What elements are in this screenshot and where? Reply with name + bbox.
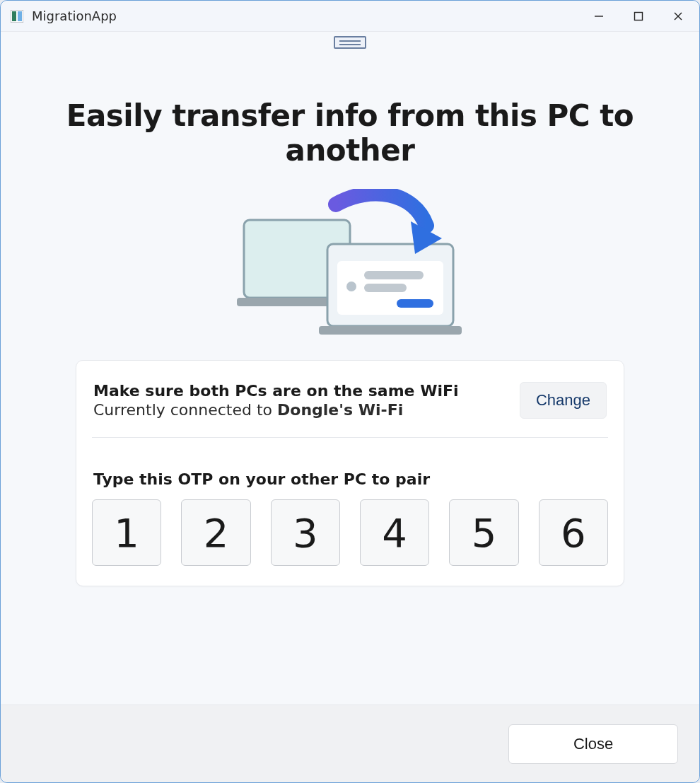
page-heading: Easily transfer info from this PC to ano…	[29, 98, 671, 168]
otp-digit-5: 5	[449, 499, 518, 566]
divider	[92, 437, 608, 438]
wifi-connected-prefix: Currently connected to	[93, 401, 277, 419]
window-title: MigrationApp	[32, 8, 117, 23]
footer: Close	[1, 704, 699, 782]
change-wifi-button[interactable]: Change	[520, 382, 607, 419]
content-area: Easily transfer info from this PC to ano…	[1, 49, 699, 704]
maximize-button[interactable]	[619, 2, 658, 30]
app-icon	[11, 10, 23, 23]
otp-digit-2: 2	[181, 499, 250, 566]
otp-digit-6: 6	[539, 499, 608, 566]
wifi-network-name: Dongle's Wi-Fi	[277, 401, 403, 419]
close-window-button[interactable]	[658, 2, 698, 30]
svg-rect-4	[635, 12, 643, 20]
svg-rect-13	[364, 284, 407, 292]
otp-digit-3: 3	[271, 499, 340, 566]
minimize-button[interactable]	[579, 2, 619, 30]
drag-handle-area	[1, 32, 699, 49]
migration-app-window: MigrationApp Easily transfer info from t…	[0, 0, 700, 783]
svg-rect-12	[364, 271, 424, 279]
titlebar: MigrationApp	[1, 1, 699, 32]
drag-handle[interactable]	[334, 36, 366, 49]
close-button[interactable]: Close	[508, 724, 678, 764]
otp-row: 1 2 3 4 5 6	[89, 499, 611, 566]
pairing-card: Make sure both PCs are on the same WiFi …	[76, 360, 624, 586]
otp-digit-1: 1	[92, 499, 161, 566]
svg-rect-2	[18, 11, 22, 21]
svg-rect-14	[397, 299, 433, 308]
transfer-illustration	[230, 189, 470, 337]
wifi-text: Make sure both PCs are on the same WiFi …	[93, 382, 459, 419]
wifi-section: Make sure both PCs are on the same WiFi …	[89, 382, 611, 419]
otp-digit-4: 4	[360, 499, 429, 566]
svg-rect-15	[319, 326, 462, 335]
wifi-status: Currently connected to Dongle's Wi-Fi	[93, 401, 459, 419]
otp-instruction: Type this OTP on your other PC to pair	[93, 470, 607, 488]
svg-point-11	[346, 282, 356, 291]
svg-rect-1	[12, 11, 16, 21]
wifi-instruction: Make sure both PCs are on the same WiFi	[93, 382, 459, 400]
